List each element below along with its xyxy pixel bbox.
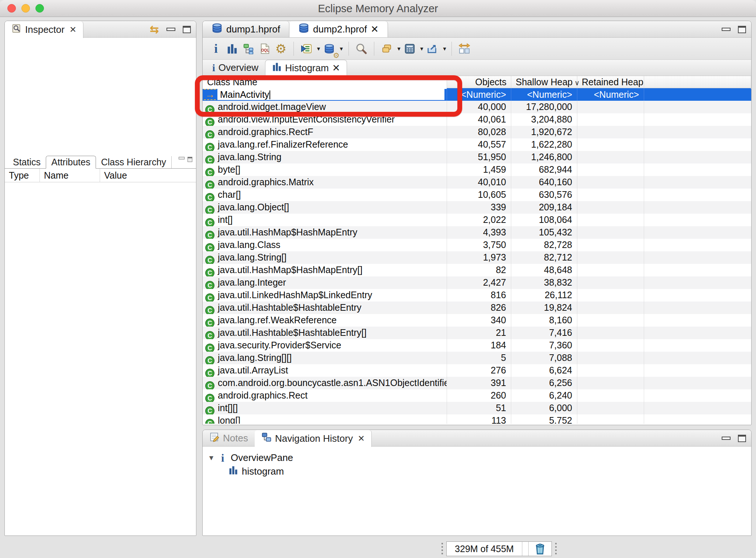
retained-heap-cell: [577, 201, 644, 214]
chevron-down-icon[interactable]: ▼: [442, 46, 447, 52]
maximize-icon[interactable]: [738, 435, 746, 442]
restore-icon[interactable]: [188, 157, 192, 162]
histogram-row[interactable]: Cjava.util.Hashtable$HashtableEntry[]217…: [203, 327, 751, 339]
tab-notes[interactable]: Notes: [203, 430, 255, 446]
column-shallow-heap[interactable]: Shallow Heap∨: [511, 76, 577, 89]
chevron-down-icon[interactable]: ▼: [339, 46, 344, 52]
histogram-row[interactable]: Cjava.lang.ref.FinalizerReference40,5571…: [203, 138, 751, 151]
minimize-icon[interactable]: [722, 28, 731, 31]
histogram-row[interactable]: Clong[]1135,752: [203, 414, 751, 424]
window-minimize-button[interactable]: [21, 4, 30, 13]
histogram-row[interactable]: Cjava.lang.String[]1,97382,712: [203, 251, 751, 264]
histogram-row[interactable]: Cint[]2,022108,064: [203, 214, 751, 226]
minimize-icon[interactable]: [722, 437, 731, 440]
histogram-row[interactable]: Cchar[]10,605630,576: [203, 189, 751, 201]
tab-dump1-hprof[interactable]: dump1.hprof: [203, 21, 289, 37]
class-icon: C: [205, 206, 214, 214]
column-retained-heap[interactable]: Retained Heap: [577, 76, 644, 89]
column-objects[interactable]: Objects: [447, 76, 511, 89]
histogram-row[interactable]: Candroid.graphics.Matrix40,010640,160: [203, 176, 751, 189]
toolbar-separator: [374, 42, 374, 56]
histogram-row[interactable]: Candroid.graphics.RectF80,0281,920,672: [203, 126, 751, 138]
customize-icon[interactable]: ⚙: [273, 40, 289, 58]
histogram-row[interactable]: Cjava.util.ArrayList2766,624: [203, 364, 751, 377]
run-garbage-collector-button[interactable]: [529, 542, 551, 556]
histogram-row[interactable]: Cjava.security.Provider$Service1847,360: [203, 339, 751, 352]
histogram-row[interactable]: Cjava.util.HashMap$HashMapEntry4,393105,…: [203, 226, 751, 239]
histogram-row[interactable]: Cjava.lang.ref.WeakReference3408,160: [203, 314, 751, 327]
class-name-cell: Cjava.lang.String[]: [203, 251, 447, 264]
compare-icon[interactable]: [456, 40, 472, 58]
tab-statics[interactable]: Statics: [8, 156, 46, 168]
tree-item-histogram[interactable]: histogram: [208, 465, 751, 478]
class-name-filter-cell: → MainActivity: [203, 88, 447, 101]
link-with-snapshot-icon[interactable]: ⇆: [150, 24, 159, 35]
histogram-row[interactable]: Cjava.lang.Integer2,42738,832: [203, 276, 751, 289]
column-type[interactable]: Type: [5, 169, 40, 182]
search-icon[interactable]: [353, 40, 370, 58]
heap-usage-label: 329M of 455M: [447, 542, 522, 556]
tab-inspector[interactable]: Inspector ✕: [5, 21, 83, 38]
export-icon[interactable]: [424, 40, 440, 58]
retained-heap-cell: [577, 163, 644, 176]
group-by-icon[interactable]: [379, 40, 395, 58]
tab-histogram[interactable]: Histogram ✕: [265, 60, 347, 76]
window-titlebar: Eclipse Memory Analyzer: [0, 0, 756, 17]
tab-attributes[interactable]: Attributes: [46, 156, 96, 169]
heap-dump-icon: [212, 23, 223, 36]
column-name[interactable]: Name: [40, 169, 100, 182]
histogram-row[interactable]: Cjava.util.Hashtable$HashtableEntry82619…: [203, 302, 751, 314]
histogram-row[interactable]: Candroid.view.InputEventConsistencyVerif…: [203, 113, 751, 126]
chevron-down-icon[interactable]: ▼: [316, 46, 321, 52]
minimize-icon[interactable]: [166, 28, 175, 31]
chevron-down-icon[interactable]: ▼: [396, 46, 402, 52]
histogram-row[interactable]: Cint[][]516,000: [203, 402, 751, 414]
histogram-row[interactable]: Cjava.lang.Class3,75082,728: [203, 239, 751, 251]
column-value[interactable]: Value: [100, 169, 196, 182]
shallow-heap-cell: 7,088: [511, 352, 577, 364]
tree-item-overview-pane[interactable]: ▼ i OverviewPane: [208, 451, 751, 465]
oql-icon[interactable]: OQL: [257, 40, 273, 58]
tree-expander-icon[interactable]: ▼: [208, 454, 217, 462]
calculator-icon[interactable]: [402, 40, 418, 58]
histogram-row[interactable]: Cjava.lang.String[][]57,088: [203, 352, 751, 364]
histogram-row[interactable]: Candroid.widget.ImageView40,00017,280,00…: [203, 101, 751, 113]
histogram-row[interactable]: Ccom.android.org.bouncycastle.asn1.ASN1O…: [203, 377, 751, 389]
close-icon[interactable]: ✕: [371, 24, 379, 35]
expert-report-icon[interactable]: [298, 40, 315, 58]
class-name-filter-input[interactable]: MainActivity: [217, 89, 444, 100]
tab-dump2-hprof[interactable]: dump2.hprof ✕: [289, 21, 388, 37]
objects-filter-cell[interactable]: <Numeric>: [447, 88, 511, 101]
shallow-heap-filter-cell[interactable]: <Numeric>: [511, 88, 577, 101]
window-close-button[interactable]: [7, 4, 16, 13]
tab-class-hierarchy[interactable]: Class Hierarchy: [96, 156, 172, 168]
inspector-tab-label: Inspector: [25, 24, 65, 35]
objects-cell: 1,973: [447, 251, 511, 264]
tab-navigation-history[interactable]: Navigation History ✕: [255, 430, 372, 447]
class-icon: C: [205, 155, 214, 163]
close-icon[interactable]: ✕: [332, 62, 340, 74]
histogram-row[interactable]: Cbyte[]1,459682,944: [203, 163, 751, 176]
chevron-down-icon[interactable]: ▼: [419, 46, 425, 52]
retained-heap-filter-cell[interactable]: <Numeric>: [577, 88, 644, 101]
minimize-icon[interactable]: [179, 157, 185, 159]
close-icon[interactable]: ✕: [358, 434, 365, 444]
histogram-row[interactable]: Cjava.util.LinkedHashMap$LinkedEntry8162…: [203, 289, 751, 302]
info-icon[interactable]: i: [208, 40, 224, 58]
histogram-icon[interactable]: [224, 40, 240, 58]
histogram-row[interactable]: Cjava.lang.Object[]339209,184: [203, 201, 751, 214]
dominator-tree-icon[interactable]: [240, 40, 257, 58]
maximize-icon[interactable]: [738, 26, 746, 33]
histogram-row[interactable]: Cjava.lang.String51,9501,246,800: [203, 151, 751, 163]
histogram-filter-row[interactable]: → MainActivity <Numeric> <Numeric> <Nume…: [203, 88, 751, 101]
retained-heap-cell: [577, 352, 644, 364]
histogram-row[interactable]: Cjava.util.HashMap$HashMapEntry[]8248,64…: [203, 264, 751, 276]
objects-cell: 21: [447, 327, 511, 339]
heap-dump-actions-icon[interactable]: ⚙: [321, 40, 337, 58]
maximize-icon[interactable]: [183, 26, 191, 33]
tab-overview[interactable]: i Overview: [206, 60, 265, 76]
window-zoom-button[interactable]: [35, 4, 44, 13]
close-icon[interactable]: ✕: [69, 25, 76, 35]
column-class-name[interactable]: Class Name: [203, 76, 447, 89]
histogram-row[interactable]: Candroid.graphics.Rect2606,240: [203, 389, 751, 402]
